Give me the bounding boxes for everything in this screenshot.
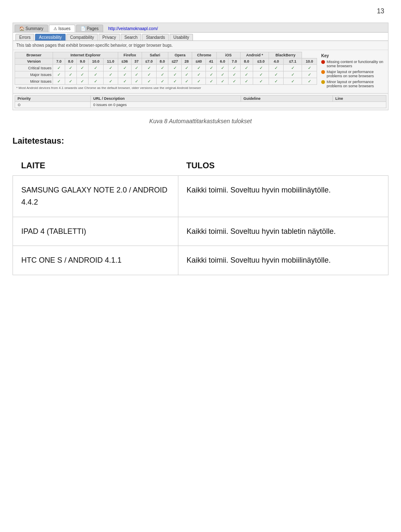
mi-check: ✓ (142, 71, 156, 78)
tab-bar: 🏠 Summary ⚠ Issues 📄 Pages http://veista… (13, 23, 388, 33)
firefox-header: Firefox (118, 52, 142, 58)
tab-pages[interactable]: 📄 Pages (76, 25, 103, 32)
mi-check: ✓ (228, 71, 240, 78)
subtab-accessibility[interactable]: Accessibility (35, 34, 65, 41)
device-name-2: IPAD 4 (TABLETTI) (13, 217, 178, 246)
ff-36: ≤36 (118, 58, 132, 65)
android-header: Android * (240, 52, 269, 58)
ci-check: ✓ (269, 65, 284, 71)
mi-check: ✓ (156, 71, 168, 78)
key-area: Key Missing content or functionality on … (320, 52, 386, 91)
compat-table-wrap: Browser Internet Explorer Firefox Safari… (15, 52, 317, 91)
subtab-usability[interactable]: Usability (170, 34, 193, 41)
mi-check: ✓ (131, 71, 142, 78)
summary-icon: 🏠 (19, 26, 24, 31)
mni-check: ✓ (53, 78, 65, 85)
ci-check: ✓ (168, 65, 182, 71)
mi-check: ✓ (182, 71, 192, 78)
browser-col-header: Browser (15, 52, 53, 58)
page-number: 13 (0, 0, 401, 15)
issues-icon: ⚠ (53, 26, 57, 31)
priority-cell: ⊙ (15, 102, 91, 108)
ci-check: ✓ (142, 65, 156, 71)
key-minor-text: Minor layout or performance problems on … (327, 80, 385, 88)
key-dot-red (321, 60, 325, 64)
ff-37: 37 (131, 58, 142, 65)
device-col-header: LAITE (13, 156, 178, 176)
tab-url[interactable]: http://veistamoknaapl.com/ (104, 25, 162, 32)
mi-check: ✓ (217, 71, 228, 78)
section-heading: Laitetestaus: (13, 136, 388, 146)
key-item-missing: Missing content or functionality on some… (321, 60, 385, 68)
key-item-minor: Minor layout or performance problems on … (321, 80, 385, 88)
chrome-header: Chrome (192, 52, 216, 58)
mi-check: ✓ (103, 71, 118, 78)
device-name-1: SAMSUNG GALAXY NOTE 2.0 / ANDROID 4.4.2 (13, 176, 178, 217)
key-major-text: Major layout or performance problems on … (327, 70, 385, 78)
guideline-header: Guideline (241, 96, 332, 102)
mni-check: ✓ (156, 78, 168, 85)
subtab-compatibility[interactable]: Compatibility (66, 34, 98, 41)
priority-header: Priority (15, 96, 91, 102)
ios-8: 8.0 (240, 58, 253, 65)
ios-header: iOS (217, 52, 241, 58)
blackberry-header: BlackBerry (269, 52, 302, 58)
op-27: ≤27 (168, 58, 182, 65)
bb-10: 10.0 (302, 58, 317, 65)
mi-check: ✓ (168, 71, 182, 78)
key-missing-text: Missing content or functionality on some… (327, 60, 385, 68)
mni-check: ✓ (192, 78, 206, 85)
mni-check: ✓ (131, 78, 142, 85)
mni-check: ✓ (76, 78, 88, 85)
subtab-privacy[interactable]: Privacy (99, 34, 120, 41)
ci-check: ✓ (156, 65, 168, 71)
ch-41: 41 (206, 58, 217, 65)
key-dot-orange (321, 70, 325, 74)
mni-check: ✓ (65, 78, 76, 85)
ie-7: 7.0 (53, 58, 65, 65)
result-text-2: Kaikki toimii. Soveltuu hyvin tabletin n… (178, 217, 388, 246)
mni-check: ✓ (118, 78, 132, 85)
tab-issues-label: Issues (58, 26, 71, 31)
ie-8: 8.0 (65, 58, 76, 65)
sf-8: 8.0 (156, 58, 168, 65)
ci-check: ✓ (240, 65, 253, 71)
subtab-errors[interactable]: Errors (15, 34, 34, 41)
device-table: LAITE TULOS SAMSUNG GALAXY NOTE 2.0 / AN… (13, 156, 388, 275)
ie-9: 9.0 (76, 58, 88, 65)
line-header: Line (332, 96, 386, 102)
ci-check: ✓ (53, 65, 65, 71)
ci-check: ✓ (76, 65, 88, 71)
safari-header: Safari (142, 52, 168, 58)
tab-summary[interactable]: 🏠 Summary (15, 25, 48, 32)
mi-check: ✓ (76, 71, 88, 78)
mni-check: ✓ (103, 78, 118, 85)
subtab-search[interactable]: Search (121, 34, 142, 41)
subtab-standards[interactable]: Standards (142, 34, 169, 41)
mi-check: ✓ (269, 71, 284, 78)
ie-10: 10.0 (89, 58, 104, 65)
mi-check: ✓ (284, 71, 302, 78)
pages-icon: 📄 (81, 26, 86, 31)
mni-check: ✓ (217, 78, 228, 85)
compat-table: Browser Internet Explorer Firefox Safari… (15, 52, 317, 85)
mi-check: ✓ (65, 71, 76, 78)
tab-summary-label: Summary (25, 26, 43, 31)
subtab-bar: Errors Accessibility Compatibility Priva… (13, 33, 388, 41)
ie-header: Internet Explorer (53, 52, 118, 58)
android-note: * Most Android devices from 4.1 onwards … (15, 85, 317, 91)
tab-issues[interactable]: ⚠ Issues (49, 25, 75, 32)
key-title: Key (321, 53, 385, 58)
ci-check: ✓ (217, 65, 228, 71)
ci-check: ✓ (206, 65, 217, 71)
ci-check: ✓ (302, 65, 317, 71)
mi-check: ✓ (89, 71, 104, 78)
ch-40: ≤40 (192, 58, 206, 65)
ci-check: ✓ (253, 65, 269, 71)
tab-pages-label: Pages (87, 26, 99, 31)
and-3: ≤3.0 (253, 58, 269, 65)
minor-issues-label: Minor Issues (15, 78, 53, 85)
ci-check: ✓ (131, 65, 142, 71)
and-4: 4.0 (269, 58, 284, 65)
mni-check: ✓ (182, 78, 192, 85)
